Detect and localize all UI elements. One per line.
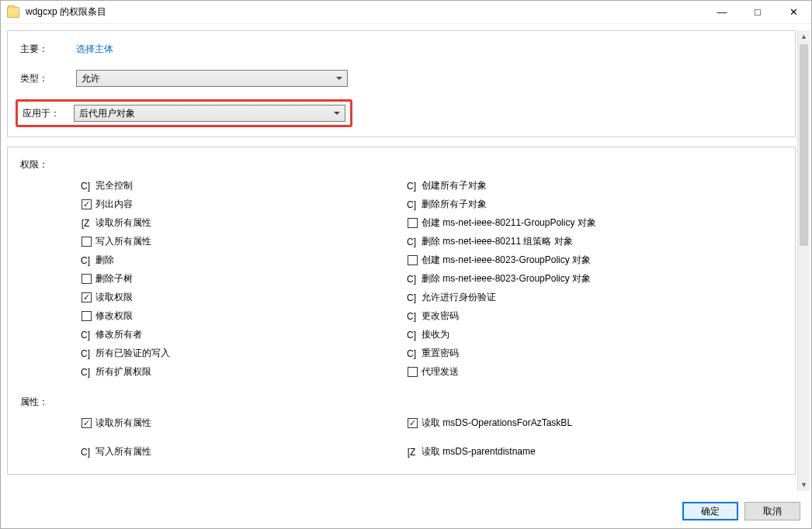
permission-label: 允许进行身份验证: [422, 291, 496, 304]
permission-prefix: C]: [407, 199, 416, 210]
permission-item: C]所有已验证的写入: [81, 347, 407, 360]
ok-button[interactable]: 确定: [682, 502, 738, 520]
permission-item: C]更改密码: [407, 309, 733, 323]
window-controls: — □ ✕: [704, 1, 811, 24]
maximize-button[interactable]: □: [740, 1, 776, 24]
attributes-grid: 读取所有属性C]写入所有属性 读取 msDS-OperationsForAzTa…: [20, 417, 783, 458]
permission-item: 代理发送: [407, 365, 733, 379]
permission-item: C]允许进行身份验证: [407, 291, 733, 304]
window-title: wdgcxp 的权限条目: [26, 5, 704, 19]
scroll-down-arrow[interactable]: ▼: [798, 479, 810, 491]
folder-icon: [7, 7, 19, 18]
content-area: 主要： 选择主体 类型： 允许 应用于： 后代用户对象: [1, 24, 811, 528]
permission-prefix: [Z: [407, 447, 416, 458]
applies-to-value: 后代用户对象: [79, 107, 135, 120]
permission-label: 接收为: [422, 328, 449, 341]
permission-item: 列出内容: [81, 198, 407, 211]
permission-label: 列出内容: [95, 198, 133, 211]
permission-label: 删除 ms-net-ieee-8023-GroupPolicy 对象: [422, 272, 591, 285]
applies-to-label: 应用于：: [18, 107, 74, 120]
permissions-column-right: C]创建所有子对象C]删除所有子对象创建 ms-net-ieee-80211-G…: [407, 179, 733, 379]
permission-prefix: C]: [407, 348, 416, 359]
dialog-buttons: 确定 取消: [682, 502, 800, 520]
permission-label: 重置密码: [422, 347, 459, 360]
permission-prefix: C]: [407, 181, 416, 192]
permission-item: 创建 ms-net-ieee-80211-GroupPolicy 对象: [407, 216, 733, 230]
type-label: 类型：: [20, 72, 76, 85]
permission-checkbox[interactable]: [82, 199, 92, 209]
vertical-scrollbar[interactable]: ▲ ▼: [797, 30, 810, 491]
permission-checkbox[interactable]: [82, 292, 92, 303]
permission-item: C]删除: [81, 254, 407, 267]
permission-prefix: C]: [407, 292, 416, 303]
permission-prefix: C]: [81, 181, 90, 192]
scroll-thumb[interactable]: [800, 44, 808, 246]
permission-item: 读取权限: [81, 291, 407, 304]
permission-label: 完全控制: [95, 179, 133, 192]
scroll-up-arrow[interactable]: ▲: [798, 30, 810, 43]
permission-prefix: C]: [81, 255, 90, 266]
permission-item: C]写入所有属性: [81, 445, 407, 458]
permission-checkbox[interactable]: [82, 274, 92, 284]
permission-checkbox[interactable]: [408, 418, 418, 428]
permission-label: 更改密码: [422, 309, 459, 323]
applies-to-combobox[interactable]: 后代用户对象: [74, 105, 345, 122]
permissions-grid: C]完全控制列出内容[Z读取所有属性写入所有属性C]删除删除子树读取权限修改权限…: [20, 179, 783, 379]
permission-item: C]删除 ms-net-ieee-80211 组策略 对象: [407, 235, 733, 248]
permission-label: 代理发送: [422, 365, 459, 379]
principal-row: 主要： 选择主体: [20, 40, 783, 57]
attributes-section-label: 属性：: [20, 396, 783, 409]
permission-checkbox[interactable]: [408, 367, 418, 377]
permission-item: C]删除 ms-net-ieee-8023-GroupPolicy 对象: [407, 272, 733, 285]
permission-label: 读取 msDS-parentdistname: [422, 445, 536, 458]
permission-prefix: C]: [407, 274, 416, 285]
permission-prefix: C]: [407, 330, 416, 341]
permission-item: 删除子树: [81, 272, 407, 285]
permission-checkbox[interactable]: [82, 237, 92, 247]
type-row: 类型： 允许: [20, 70, 783, 87]
applies-to-row: 应用于： 后代用户对象: [18, 105, 345, 122]
permissions-section-label: 权限：: [20, 158, 783, 171]
permission-item: C]完全控制: [81, 179, 407, 192]
permission-checkbox[interactable]: [82, 418, 92, 428]
permission-label: 创建 ms-net-ieee-80211-GroupPolicy 对象: [422, 216, 596, 230]
permission-label: 创建 ms-net-ieee-8023-GroupPolicy 对象: [422, 254, 591, 267]
applies-to-highlight: 应用于： 后代用户对象: [16, 99, 352, 127]
permission-label: 删除所有子对象: [422, 198, 487, 211]
attributes-column-left: 读取所有属性C]写入所有属性: [81, 417, 407, 458]
permission-item: C]创建所有子对象: [407, 179, 733, 192]
permission-item: 写入所有属性: [81, 235, 407, 248]
close-button[interactable]: ✕: [776, 1, 811, 24]
permission-checkbox[interactable]: [408, 218, 418, 228]
permission-label: 所有扩展权限: [95, 365, 151, 379]
scroll-area: 主要： 选择主体 类型： 允许 应用于： 后代用户对象: [7, 30, 796, 491]
chevron-down-icon: [336, 77, 342, 80]
type-combobox[interactable]: 允许: [76, 70, 348, 87]
cancel-button[interactable]: 取消: [744, 502, 800, 520]
permission-item: C]修改所有者: [81, 328, 407, 341]
type-value: 允许: [82, 72, 100, 85]
permission-prefix: C]: [407, 237, 416, 247]
permission-checkbox[interactable]: [408, 255, 418, 265]
titlebar: wdgcxp 的权限条目 — □ ✕: [1, 1, 811, 24]
permission-label: 读取 msDS-OperationsForAzTaskBL: [422, 417, 572, 430]
permission-label: 修改权限: [95, 309, 133, 323]
attributes-section: 属性： 读取所有属性C]写入所有属性 读取 msDS-OperationsFor…: [20, 396, 783, 458]
permission-item: [Z读取所有属性: [81, 216, 407, 230]
permission-prefix: C]: [81, 447, 90, 458]
permission-label: 写入所有属性: [95, 235, 151, 248]
permission-item: C]删除所有子对象: [407, 198, 733, 211]
select-principal-link[interactable]: 选择主体: [76, 43, 113, 56]
permission-item: C]重置密码: [407, 347, 733, 360]
permission-entry-window: wdgcxp 的权限条目 — □ ✕ 主要： 选择主体 类型： 允许: [0, 0, 812, 529]
chevron-down-icon: [334, 112, 340, 115]
minimize-button[interactable]: —: [704, 1, 740, 24]
permission-label: 所有已验证的写入: [95, 347, 170, 360]
permission-prefix: C]: [81, 367, 90, 378]
permission-item: 修改权限: [81, 309, 407, 323]
permission-item: 读取 msDS-OperationsForAzTaskBL: [407, 417, 733, 430]
permission-checkbox[interactable]: [82, 311, 92, 321]
attributes-column-right: 读取 msDS-OperationsForAzTaskBL[Z读取 msDS-p…: [407, 417, 733, 458]
permission-label: 读取权限: [95, 291, 133, 304]
permission-item: 读取所有属性: [81, 417, 407, 430]
